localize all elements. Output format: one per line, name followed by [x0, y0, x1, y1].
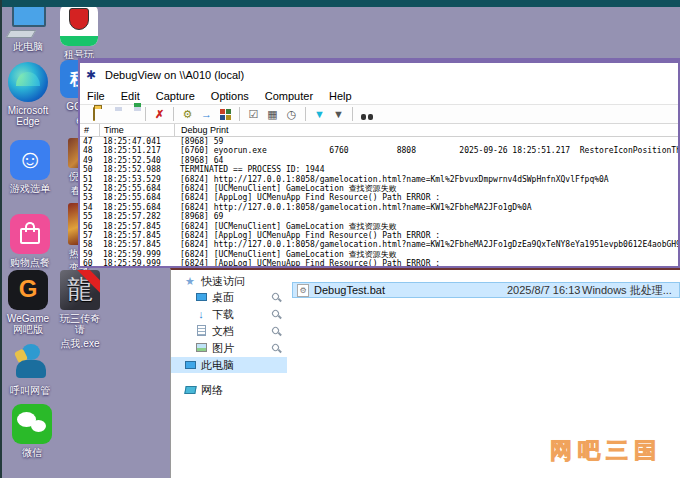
- wechat-icon: [12, 404, 52, 444]
- file-name: DebugTest.bat: [314, 284, 514, 296]
- clock-time-icon[interactable]: ◷: [283, 107, 300, 122]
- log-row[interactable]: 5918:25:59.999[6824] [UCMenuClient] Game…: [80, 250, 678, 259]
- debugview-toolbar: ✗ ⚙ → ☑ ▦ ◷ ▼ ▼: [80, 104, 678, 124]
- clear-capture-icon[interactable]: ✗: [151, 107, 168, 122]
- desktop-icon-call-admin[interactable]: 呼叫网管: [4, 342, 56, 396]
- desktop-icon-dragon-exe[interactable]: 龍 玩三传奇请 点我.exe: [56, 270, 104, 349]
- log-row[interactable]: 5618:25:57.845[6824] [UCMenuClient] Game…: [80, 222, 678, 231]
- log-row[interactable]: 5518:25:57.282[8968] 69: [80, 212, 678, 221]
- open-icon[interactable]: [85, 107, 102, 122]
- desktop-icon-wegame[interactable]: G WeGame网吧版: [2, 270, 54, 335]
- desktop-folder-icon: [195, 291, 207, 303]
- pin-icon: [271, 343, 281, 353]
- column-header-debug-print[interactable]: Debug Print: [181, 125, 229, 135]
- sidebar-item-desktop[interactable]: 桌面: [171, 289, 287, 305]
- file-type: Windows 批处理...: [582, 283, 672, 298]
- wegame-icon: G: [8, 270, 48, 310]
- capture-events-icon[interactable]: ⚙: [179, 107, 196, 122]
- menu-capture[interactable]: Capture: [153, 89, 198, 103]
- netbar-watermark: 网吧三国: [550, 436, 662, 466]
- ribbon-badge: [75, 270, 100, 296]
- menu-help[interactable]: Help: [326, 89, 355, 103]
- save-append-icon[interactable]: [123, 107, 140, 122]
- sidebar-item-this-pc[interactable]: 此电脑: [171, 357, 287, 373]
- column-separator[interactable]: [174, 124, 175, 137]
- left-edge-strip: [0, 0, 2, 478]
- log-row[interactable]: 6018:25:59.999[6824] [AppLog] UCMenuApp …: [80, 259, 678, 266]
- top-edge-strip: [0, 0, 680, 7]
- sidebar-item-network[interactable]: 网络: [171, 382, 287, 398]
- pin-icon: [271, 292, 281, 302]
- menu-edit[interactable]: Edit: [118, 89, 143, 103]
- column-header-time[interactable]: Time: [104, 125, 124, 135]
- desktop-icon-wechat[interactable]: 微信: [6, 404, 58, 458]
- pictures-icon: [195, 342, 207, 354]
- explorer-nav-pane: ★ 快速访问 桌面 ↓ 下载 文档 图片: [171, 270, 289, 478]
- log-row[interactable]: 4818:25:51.217[6760] eyoorun.exe 6760 88…: [80, 146, 678, 155]
- find-icon[interactable]: [358, 109, 375, 124]
- this-pc-icon: [184, 359, 196, 371]
- passthrough-icon[interactable]: →: [198, 107, 215, 122]
- menu-computer[interactable]: Computer: [262, 89, 316, 103]
- toolbar-separator: [173, 107, 174, 121]
- log-row[interactable]: 5018:25:52.988TERMINATED == PROCESS ID: …: [80, 165, 678, 174]
- column-separator[interactable]: [99, 124, 100, 137]
- call-admin-icon: [12, 342, 48, 382]
- log-row[interactable]: 5418:25:55.684[6824] http://127.0.0.1:80…: [80, 203, 678, 212]
- column-header-number[interactable]: #: [84, 125, 89, 135]
- desktop-icon-this-pc[interactable]: 此电脑: [2, 4, 54, 52]
- documents-icon: [195, 325, 207, 338]
- capture-win32-icon[interactable]: [217, 107, 234, 122]
- log-row[interactable]: 5818:25:57.845[6824] http://127.0.0.1:80…: [80, 240, 678, 249]
- desktop-icon-game-menu[interactable]: ☺ 游戏选单: [4, 140, 56, 194]
- log-row[interactable]: 4918:25:52.540[8968] 64: [80, 156, 678, 165]
- bat-file-icon: ⚙: [297, 284, 309, 297]
- toolbar-separator: [145, 107, 146, 121]
- save-icon[interactable]: [104, 107, 121, 122]
- log-list[interactable]: 4718:25:47.041[8968] 59 4818:25:51.217[6…: [80, 137, 678, 266]
- log-row[interactable]: 5118:25:53.529[6824] http://127.0.0.1:80…: [80, 175, 678, 184]
- debugview-menubar: File Edit Capture Options Computer Help: [80, 87, 678, 104]
- toolbar-separator: [305, 107, 306, 121]
- quick-access-star-icon: ★: [184, 275, 196, 288]
- history-grid-icon[interactable]: ▦: [264, 107, 281, 122]
- log-row[interactable]: 5218:25:55.684[6824] [UCMenuClient] Game…: [80, 184, 678, 193]
- log-row[interactable]: 4718:25:47.041[8968] 59: [80, 137, 678, 146]
- debugview-app-icon: ✱: [86, 69, 99, 82]
- edge-icon: [8, 62, 48, 102]
- dragon-icon: 龍: [60, 270, 100, 310]
- this-pc-icon: [8, 4, 48, 38]
- debugview-titlebar[interactable]: ✱ DebugView on \\A010 (local): [80, 63, 678, 87]
- desktop-icon-edge[interactable]: Microsoft Edge: [2, 62, 54, 127]
- debugview-window: ✱ DebugView on \\A010 (local) File Edit …: [78, 58, 680, 268]
- desktop-icon-zuhaowan[interactable]: 租号玩: [56, 4, 102, 60]
- downloads-icon: ↓: [195, 308, 207, 320]
- sidebar-item-pictures[interactable]: 图片: [171, 340, 287, 356]
- desktop: 此电脑 Microsoft Edge ☺ 游戏选单 购物点餐 G WeGame网…: [0, 0, 680, 478]
- zuhaowan-shield-icon: [60, 4, 98, 46]
- pin-icon: [271, 309, 281, 319]
- pin-icon: [271, 326, 281, 336]
- toolbar-separator: [239, 107, 240, 121]
- filter-icon[interactable]: ▼: [311, 107, 328, 122]
- file-date-modified: 2025/8/7 16:13: [507, 284, 580, 296]
- toolbar-separator: [352, 107, 353, 121]
- network-icon: [184, 384, 196, 396]
- menu-options[interactable]: Options: [208, 89, 252, 103]
- log-row[interactable]: 5318:25:55.684[6824] [AppLog] UCMenuApp …: [80, 193, 678, 202]
- game-menu-icon: ☺: [10, 140, 50, 180]
- sidebar-item-quick-access[interactable]: ★ 快速访问: [171, 273, 287, 289]
- log-row[interactable]: 5718:25:57.845[6824] [AppLog] UCMenuApp …: [80, 231, 678, 240]
- list-header: # Time Debug Print: [80, 124, 678, 137]
- window-title: DebugView on \\A010 (local): [105, 69, 244, 81]
- sidebar-item-documents[interactable]: 文档: [171, 323, 287, 339]
- desktop-icon-shopping[interactable]: 购物点餐: [4, 214, 56, 268]
- shopping-bag-icon: [10, 214, 50, 254]
- file-row-debugtest[interactable]: ⚙ DebugTest.bat 2025/8/7 16:13 Windows 批…: [292, 282, 680, 298]
- menu-file[interactable]: File: [84, 89, 108, 103]
- process-filter-icon[interactable]: ☑: [245, 107, 262, 122]
- sidebar-item-downloads[interactable]: ↓ 下载: [171, 306, 287, 322]
- filter-highlight-icon[interactable]: ▼: [330, 107, 347, 122]
